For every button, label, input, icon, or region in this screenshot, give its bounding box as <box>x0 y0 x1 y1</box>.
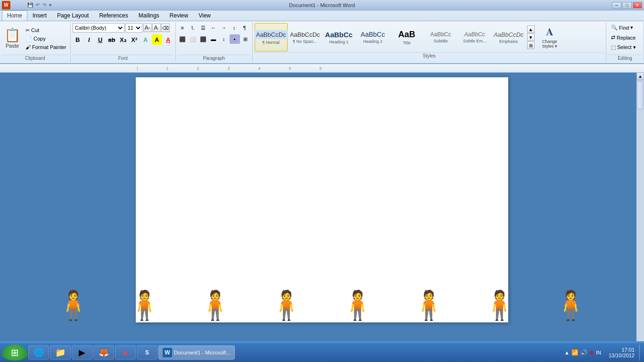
format-buttons: B I U ab X₂ X² A A A <box>73 34 173 45</box>
bold-button[interactable]: B <box>73 34 83 45</box>
tab-view[interactable]: View <box>193 10 216 21</box>
start-button[interactable]: ⊞ <box>2 345 27 361</box>
document-page[interactable] <box>136 77 508 322</box>
undo-quick-btn[interactable]: ↶ <box>35 2 41 8</box>
superscript-button[interactable]: X² <box>129 34 140 45</box>
tab-page-layout[interactable]: Page Layout <box>52 10 94 21</box>
select-button[interactable]: ⬚ Select ▾ <box>608 43 642 52</box>
style-normal-name: ¶ Normal <box>263 40 280 45</box>
editing-label: Editing <box>608 55 642 61</box>
increase-font-btn[interactable]: A+ <box>143 24 152 32</box>
find-label: Find <box>619 25 629 31</box>
vertical-scrollbar[interactable]: ▲ ▼ <box>636 73 644 349</box>
sort-button[interactable]: ↕ <box>230 23 239 33</box>
date-display: 13/10/2012 <box>609 353 635 358</box>
tab-mailings[interactable]: Mailings <box>133 10 165 21</box>
highlight-button[interactable]: A <box>152 34 162 45</box>
close-button[interactable]: ✕ <box>633 2 642 8</box>
font-color-button[interactable]: A <box>163 34 173 45</box>
cut-icon: ✂ <box>25 27 30 33</box>
line-spacing-button[interactable]: ↕ <box>219 34 229 44</box>
windows-logo: ⊞ <box>11 347 19 358</box>
underline-button[interactable]: U <box>95 34 106 45</box>
italic-button[interactable]: I <box>84 34 94 45</box>
style-no-spacing[interactable]: AaBbCcDc ¶ No Spaci... <box>289 23 322 51</box>
styles-scroll-more[interactable]: ⊞ <box>527 41 535 49</box>
document-area: 🧍 🧍 🧍 🧍 🧍 🧍 🧍 🧍 ▲ ▼ <box>0 73 644 349</box>
style-heading2[interactable]: AaBbCc Heading 2 <box>356 23 389 51</box>
paragraph-group: ≡ ⒈ ☰ ← → ↕ ¶ ⬛ ⬜ ⬛ ▬ ↕ ▪ ⊞ Pa <box>176 22 253 62</box>
style-no-spacing-preview: AaBbCcDc <box>290 31 320 38</box>
styles-scroll-up[interactable]: ▲ <box>527 25 535 33</box>
tab-insert[interactable]: Insert <box>27 10 52 21</box>
scroll-thumb[interactable] <box>637 81 644 109</box>
taskbar-chrome[interactable]: ● <box>115 346 136 360</box>
bullets-button[interactable]: ≡ <box>178 23 187 33</box>
styles-scroll-down[interactable]: ▼ <box>527 33 535 41</box>
taskbar-media[interactable]: ▶ <box>72 346 92 360</box>
save-quick-btn[interactable]: 💾 <box>26 2 34 8</box>
window-title: Document1 - Microsoft Word <box>289 2 355 8</box>
paste-button[interactable]: 📋 Paste <box>2 25 23 52</box>
justify-button[interactable]: ▬ <box>209 34 218 44</box>
taskbar: ⊞ 🌐 📁 ▶ 🦊 ● S W Document1 - Microsoft...… <box>0 343 644 362</box>
style-emphasis[interactable]: AaBbCcDc Emphasis <box>492 23 525 51</box>
format-painter-button[interactable]: 🖌 Format Painter <box>24 43 68 51</box>
show-marks-button[interactable]: ¶ <box>240 23 249 33</box>
borders-button[interactable]: ⊞ <box>241 34 250 44</box>
style-subtle-em[interactable]: AaBbCc Subtle Em... <box>458 23 491 51</box>
show-desktop-button[interactable] <box>639 345 642 361</box>
tab-references[interactable]: References <box>94 10 133 21</box>
align-right-button[interactable]: ⬛ <box>198 34 208 44</box>
scroll-up-arrow[interactable]: ▲ <box>636 73 644 80</box>
cut-button[interactable]: ✂ Cut <box>24 26 68 34</box>
shading-button[interactable]: ▪ <box>230 34 240 44</box>
clear-format-btn[interactable]: ⌫ <box>161 24 170 32</box>
font-family-select[interactable]: Calibri (Body) <box>73 23 124 33</box>
strikethrough-button[interactable]: ab <box>107 34 117 45</box>
tray-network: 📶 <box>571 349 578 356</box>
numbering-button[interactable]: ⒈ <box>188 23 198 33</box>
multi-list-button[interactable]: ☰ <box>198 23 208 33</box>
replace-button[interactable]: ⇄ Replace <box>608 33 642 42</box>
customize-quick-btn[interactable]: ▾ <box>48 2 52 8</box>
decrease-indent-btn[interactable]: ← <box>209 23 218 33</box>
text-effect-button[interactable]: A <box>140 34 151 45</box>
style-title-name: Title <box>403 41 411 45</box>
font-size-select[interactable]: 11 <box>125 23 142 33</box>
tray-lang: IN <box>596 350 601 355</box>
minimize-button[interactable]: ─ <box>612 2 621 8</box>
tab-home[interactable]: Home <box>2 10 27 21</box>
maximize-button[interactable]: □ <box>622 2 632 8</box>
change-styles-button[interactable]: 𝐀 Change Styles ▾ <box>536 24 564 50</box>
tab-review[interactable]: Review <box>165 10 193 21</box>
clipboard-right: ✂ Cut 📄 Copy 🖌 Format Painter <box>24 26 68 51</box>
taskbar-firefox[interactable]: 🦊 <box>93 346 114 360</box>
taskbar-ie[interactable]: 🌐 <box>28 346 49 360</box>
find-icon: 🔍 <box>611 25 618 31</box>
style-heading1[interactable]: AaBbCc Heading 1 <box>322 23 355 51</box>
find-button[interactable]: 🔍 Find ▾ <box>608 23 642 32</box>
align-left-button[interactable]: ⬛ <box>178 34 187 44</box>
system-tray: ▲ 📶 🔊 ⊕ IN <box>561 349 604 356</box>
style-normal[interactable]: AaBbCcDc ¶ Normal <box>255 23 288 51</box>
subscript-button[interactable]: X₂ <box>118 34 128 45</box>
taskbar-explorer[interactable]: 📁 <box>50 346 71 360</box>
taskbar-word-app[interactable]: W Document1 - Microsoft... <box>158 346 235 360</box>
font-row-1: Calibri (Body) 11 A+ A- ⌫ <box>73 23 173 33</box>
ribbon-tabs: Home Insert Page Layout References Maili… <box>0 10 644 21</box>
select-label: Select ▾ <box>617 44 636 50</box>
style-title[interactable]: AaB Title <box>390 23 423 51</box>
clock[interactable]: 17:01 13/10/2012 <box>606 347 637 358</box>
redo-quick-btn[interactable]: ↷ <box>41 2 47 8</box>
taskbar-smartftp[interactable]: S <box>137 346 157 360</box>
change-styles-icon: 𝐀 <box>546 26 553 38</box>
style-subtitle[interactable]: AaBbCc Subtitle <box>424 23 457 51</box>
align-center-button[interactable]: ⬜ <box>188 34 198 44</box>
increase-indent-btn[interactable]: → <box>219 23 229 33</box>
decrease-font-btn[interactable]: A- <box>152 24 161 32</box>
word-taskbar-label: Document1 - Microsoft... <box>174 350 231 355</box>
copy-button[interactable]: 📄 Copy <box>24 35 68 43</box>
para-row-2: ⬛ ⬜ ⬛ ▬ ↕ ▪ ⊞ <box>178 34 250 44</box>
tray-arrow[interactable]: ▲ <box>564 350 570 355</box>
